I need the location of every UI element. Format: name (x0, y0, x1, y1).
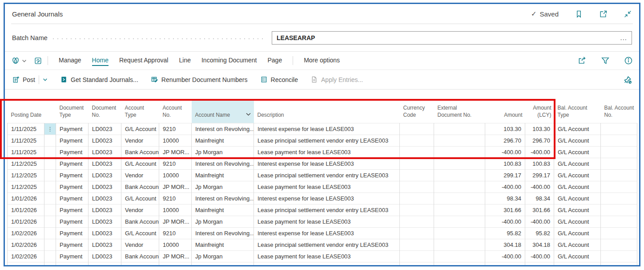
cell-currency-code[interactable] (400, 204, 434, 216)
empty-cell[interactable] (554, 262, 601, 266)
cell-bal-account-no[interactable] (601, 239, 637, 250)
cell-bal-account-type[interactable]: G/L Account (554, 158, 601, 169)
cell-bal-account-type[interactable]: G/L Account (554, 216, 601, 227)
cell-amount[interactable]: -400.00 (485, 250, 525, 262)
cell-bal-account-no[interactable] (601, 123, 637, 135)
cell-amount-lcy[interactable]: 95.82 (525, 227, 554, 239)
cell-posting-date[interactable]: 1/02/2026 (8, 227, 44, 239)
cell-description[interactable]: Lease payment for lease LEASE003 (254, 250, 400, 262)
cell-external-document-no[interactable] (434, 135, 485, 146)
column-header-bal-account-no-[interactable]: Bal. Account No. (601, 100, 637, 123)
cell-bal-account-type[interactable]: G/L Account (554, 181, 601, 192)
row-menu-icon[interactable] (44, 227, 56, 239)
post-button[interactable]: Post (12, 76, 35, 83)
cell-bal-account-no[interactable] (601, 146, 637, 158)
cell-bal-account-no[interactable] (601, 250, 637, 262)
cell-document-type[interactable]: Payment (56, 239, 89, 250)
cell-bal-account-no[interactable] (601, 192, 637, 204)
cell-description[interactable]: Interest expense for lease LEASE003 (254, 123, 400, 135)
cell-document-type[interactable]: Payment (56, 181, 89, 192)
cell-amount-lcy[interactable]: -400.00 (525, 146, 554, 158)
column-header-document-type[interactable]: Document Type (56, 100, 89, 123)
cell-amount-lcy[interactable]: -400.00 (525, 181, 554, 192)
cell-external-document-no[interactable] (434, 227, 485, 239)
cell-document-no[interactable]: LD0023 (89, 250, 121, 262)
cell-account-type[interactable]: G/L Account (121, 192, 159, 204)
cell-posting-date[interactable]: 1/02/2026 (8, 239, 44, 250)
cell-bal-account-no[interactable] (601, 135, 637, 146)
cell-account-no[interactable]: 10000 (159, 169, 192, 181)
row-menu-icon[interactable] (44, 250, 56, 262)
cell-currency-code[interactable] (400, 216, 434, 227)
cell-bal-account-no[interactable] (601, 204, 637, 216)
apply-entries-button[interactable]: Apply Entries... (310, 76, 363, 83)
batch-name-value[interactable]: LEASEARAP (277, 34, 315, 41)
cell-account-name[interactable]: Jp Morgan (192, 146, 254, 158)
cell-account-type[interactable]: Bank Account (121, 146, 159, 158)
cell-account-name[interactable]: Interest on Revolving... (192, 123, 254, 135)
empty-cell[interactable] (434, 262, 485, 266)
empty-cell[interactable] (192, 262, 254, 266)
reconcile-button[interactable]: Reconcile (260, 76, 298, 83)
bookmark-icon[interactable] (575, 10, 583, 18)
cell-account-type[interactable]: Vendor (121, 239, 159, 250)
row-menu-icon[interactable] (44, 239, 56, 250)
cell-currency-code[interactable] (400, 192, 434, 204)
cell-bal-account-no[interactable] (601, 158, 637, 169)
menu-tab-home[interactable]: Home (87, 52, 114, 70)
cell-account-type[interactable]: Bank Account (121, 250, 159, 262)
batch-name-field[interactable]: LEASEARAP ... (272, 31, 632, 45)
cell-bal-account-type[interactable]: G/L Account (554, 135, 601, 146)
cell-bal-account-type[interactable]: G/L Account (554, 192, 601, 204)
cell-account-type[interactable]: Vendor (121, 135, 159, 146)
cell-account-name[interactable]: Jp Morgan (192, 181, 254, 192)
cell-currency-code[interactable] (400, 123, 434, 135)
row-menu-icon[interactable] (44, 216, 56, 227)
column-header-posting-date[interactable]: Posting Date (8, 100, 44, 123)
cell-amount[interactable]: 98.34 (485, 192, 525, 204)
cell-amount[interactable]: 301.66 (485, 204, 525, 216)
cell-account-type[interactable]: Vendor (121, 169, 159, 181)
cell-posting-date[interactable]: 1/11/2025 (8, 146, 44, 158)
cell-bal-account-no[interactable] (601, 227, 637, 239)
cell-document-no[interactable]: LD0023 (89, 158, 121, 169)
cell-account-name[interactable]: Interest on Revolving... (192, 227, 254, 239)
cell-account-no[interactable]: 9210 (159, 227, 192, 239)
more-options-button[interactable]: More options (298, 52, 345, 70)
cell-amount[interactable]: 100.83 (485, 158, 525, 169)
empty-cell[interactable] (8, 262, 44, 266)
cell-account-name[interactable]: Mainfreight (192, 169, 254, 181)
cell-currency-code[interactable] (400, 146, 434, 158)
empty-cell[interactable] (56, 262, 89, 266)
cell-currency-code[interactable] (400, 181, 434, 192)
menu-tab-request-approval[interactable]: Request Approval (114, 52, 174, 70)
cell-external-document-no[interactable] (434, 169, 485, 181)
cell-account-no[interactable]: JP MOR... (159, 216, 192, 227)
row-menu-icon[interactable] (44, 204, 56, 216)
cell-account-no[interactable]: JP MOR... (159, 146, 192, 158)
cell-account-type[interactable]: G/L Account (121, 158, 159, 169)
cell-document-type[interactable]: Payment (56, 135, 89, 146)
cell-amount-lcy[interactable]: 301.66 (525, 204, 554, 216)
empty-cell[interactable] (121, 262, 159, 266)
cell-account-type[interactable]: Vendor (121, 204, 159, 216)
cell-account-no[interactable]: 10000 (159, 239, 192, 250)
cell-amount[interactable]: 304.18 (485, 239, 525, 250)
cell-external-document-no[interactable] (434, 123, 485, 135)
post-dropdown-chevron-icon[interactable] (43, 77, 48, 82)
menu-tab-manage[interactable]: Manage (53, 52, 87, 70)
cell-account-type[interactable]: G/L Account (121, 123, 159, 135)
empty-cell[interactable] (89, 262, 121, 266)
cell-posting-date[interactable]: 1/01/2026 (8, 192, 44, 204)
cell-document-no[interactable]: LD0023 (89, 227, 121, 239)
cell-bal-account-type[interactable]: G/L Account (554, 123, 601, 135)
column-header-amount-lcy-[interactable]: Amount (LCY) (525, 100, 554, 123)
switch-view-icon[interactable] (34, 57, 42, 65)
cell-bal-account-type[interactable]: G/L Account (554, 250, 601, 262)
cell-document-no[interactable]: LD0023 (89, 169, 121, 181)
cell-currency-code[interactable] (400, 227, 434, 239)
cell-account-no[interactable]: 9210 (159, 123, 192, 135)
cell-external-document-no[interactable] (434, 216, 485, 227)
cell-document-no[interactable]: LD0023 (89, 135, 121, 146)
cell-amount[interactable]: 299.17 (485, 169, 525, 181)
